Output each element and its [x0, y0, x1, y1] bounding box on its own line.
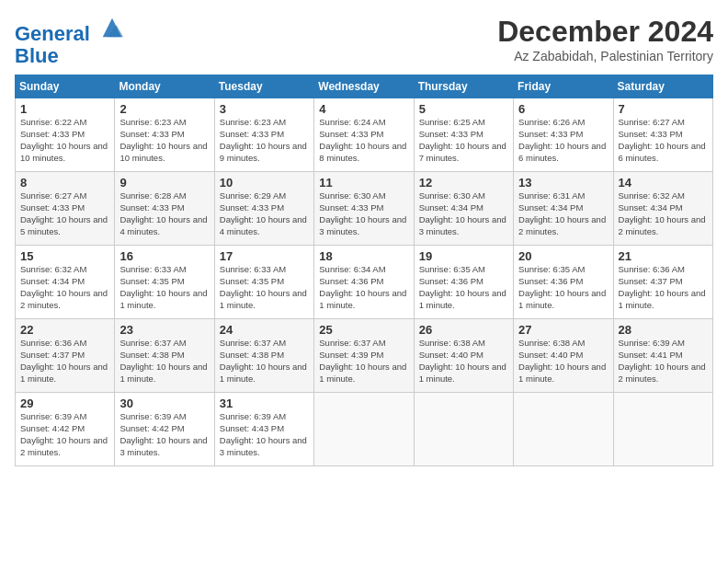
- calendar-cell: 5 Sunrise: 6:25 AM Sunset: 4:33 PM Dayli…: [414, 98, 513, 172]
- calendar-cell: [414, 393, 513, 466]
- day-number: 7: [619, 102, 708, 116]
- day-number: 16: [119, 249, 209, 263]
- calendar-week-row: 8 Sunrise: 6:27 AM Sunset: 4:33 PM Dayli…: [16, 172, 713, 246]
- calendar-cell: 17 Sunrise: 6:33 AM Sunset: 4:35 PM Dayl…: [214, 246, 313, 319]
- calendar-cell: 22 Sunrise: 6:36 AM Sunset: 4:37 PM Dayl…: [16, 319, 115, 393]
- page-header: General Blue December 2024 Az Zababidah,…: [15, 15, 713, 67]
- day-number: 20: [518, 249, 608, 263]
- day-info: Sunrise: 6:39 AM Sunset: 4:41 PM Dayligh…: [619, 338, 708, 385]
- day-info: Sunrise: 6:37 AM Sunset: 4:38 PM Dayligh…: [119, 338, 209, 385]
- day-number: 12: [419, 176, 508, 190]
- day-number: 14: [619, 176, 708, 190]
- calendar-cell: 2 Sunrise: 6:23 AM Sunset: 4:33 PM Dayli…: [115, 98, 214, 172]
- calendar-cell: 30 Sunrise: 6:39 AM Sunset: 4:42 PM Dayl…: [115, 393, 214, 466]
- day-number: 24: [220, 323, 309, 337]
- column-header-sunday: Sunday: [16, 75, 115, 98]
- day-info: Sunrise: 6:28 AM Sunset: 4:33 PM Dayligh…: [119, 190, 209, 237]
- calendar-cell: 14 Sunrise: 6:32 AM Sunset: 4:34 PM Dayl…: [613, 172, 712, 246]
- calendar-cell: 24 Sunrise: 6:37 AM Sunset: 4:38 PM Dayl…: [214, 319, 313, 393]
- day-number: 8: [20, 176, 109, 190]
- day-info: Sunrise: 6:27 AM Sunset: 4:33 PM Dayligh…: [619, 117, 708, 164]
- day-number: 25: [319, 323, 408, 337]
- day-number: 31: [220, 396, 309, 410]
- logo-blue: Blue: [15, 44, 59, 67]
- day-info: Sunrise: 6:38 AM Sunset: 4:40 PM Dayligh…: [518, 338, 608, 385]
- day-number: 9: [119, 176, 209, 190]
- day-info: Sunrise: 6:22 AM Sunset: 4:33 PM Dayligh…: [20, 117, 109, 164]
- day-info: Sunrise: 6:37 AM Sunset: 4:39 PM Dayligh…: [319, 338, 408, 385]
- calendar-week-row: 1 Sunrise: 6:22 AM Sunset: 4:33 PM Dayli…: [16, 98, 713, 172]
- day-info: Sunrise: 6:24 AM Sunset: 4:33 PM Dayligh…: [319, 117, 408, 164]
- calendar-cell: 4 Sunrise: 6:24 AM Sunset: 4:33 PM Dayli…: [314, 98, 414, 172]
- logo-general: General: [15, 22, 90, 45]
- day-number: 10: [220, 176, 309, 190]
- day-number: 28: [619, 323, 708, 337]
- day-number: 4: [319, 102, 408, 116]
- calendar-cell: 25 Sunrise: 6:37 AM Sunset: 4:39 PM Dayl…: [314, 319, 414, 393]
- calendar-cell: 31 Sunrise: 6:39 AM Sunset: 4:43 PM Dayl…: [214, 393, 313, 466]
- column-header-monday: Monday: [115, 75, 214, 98]
- logo-icon: [99, 15, 125, 40]
- month-title: December 2024: [497, 15, 713, 49]
- day-info: Sunrise: 6:33 AM Sunset: 4:35 PM Dayligh…: [119, 264, 209, 311]
- day-info: Sunrise: 6:30 AM Sunset: 4:34 PM Dayligh…: [419, 190, 508, 237]
- calendar-cell: 23 Sunrise: 6:37 AM Sunset: 4:38 PM Dayl…: [115, 319, 214, 393]
- calendar-cell: 6 Sunrise: 6:26 AM Sunset: 4:33 PM Dayli…: [514, 98, 613, 172]
- day-number: 22: [20, 323, 109, 337]
- calendar-cell: 20 Sunrise: 6:35 AM Sunset: 4:36 PM Dayl…: [514, 246, 613, 319]
- day-info: Sunrise: 6:35 AM Sunset: 4:36 PM Dayligh…: [518, 264, 608, 311]
- calendar-cell: 29 Sunrise: 6:39 AM Sunset: 4:42 PM Dayl…: [16, 393, 115, 466]
- day-number: 23: [119, 323, 209, 337]
- day-info: Sunrise: 6:23 AM Sunset: 4:33 PM Dayligh…: [119, 117, 209, 164]
- calendar-cell: 3 Sunrise: 6:23 AM Sunset: 4:33 PM Dayli…: [214, 98, 313, 172]
- day-number: 15: [20, 249, 109, 263]
- day-info: Sunrise: 6:26 AM Sunset: 4:33 PM Dayligh…: [518, 117, 608, 164]
- day-number: 21: [619, 249, 708, 263]
- day-number: 18: [319, 249, 408, 263]
- calendar-cell: 28 Sunrise: 6:39 AM Sunset: 4:41 PM Dayl…: [613, 319, 712, 393]
- calendar-cell: 16 Sunrise: 6:33 AM Sunset: 4:35 PM Dayl…: [115, 246, 214, 319]
- calendar-cell: 21 Sunrise: 6:36 AM Sunset: 4:37 PM Dayl…: [613, 246, 712, 319]
- day-number: 17: [220, 249, 309, 263]
- calendar-cell: 10 Sunrise: 6:29 AM Sunset: 4:33 PM Dayl…: [214, 172, 313, 246]
- title-block: December 2024 Az Zababidah, Palestinian …: [497, 15, 713, 63]
- calendar-cell: 18 Sunrise: 6:34 AM Sunset: 4:36 PM Dayl…: [314, 246, 414, 319]
- calendar-cell: [613, 393, 712, 466]
- day-info: Sunrise: 6:27 AM Sunset: 4:33 PM Dayligh…: [20, 190, 109, 237]
- day-info: Sunrise: 6:30 AM Sunset: 4:33 PM Dayligh…: [319, 190, 408, 237]
- day-info: Sunrise: 6:25 AM Sunset: 4:33 PM Dayligh…: [419, 117, 508, 164]
- calendar-cell: 8 Sunrise: 6:27 AM Sunset: 4:33 PM Dayli…: [16, 172, 115, 246]
- calendar-cell: 11 Sunrise: 6:30 AM Sunset: 4:33 PM Dayl…: [314, 172, 414, 246]
- calendar-week-row: 15 Sunrise: 6:32 AM Sunset: 4:34 PM Dayl…: [16, 246, 713, 319]
- day-info: Sunrise: 6:37 AM Sunset: 4:38 PM Dayligh…: [220, 338, 309, 385]
- calendar-cell: [514, 393, 613, 466]
- calendar-cell: 7 Sunrise: 6:27 AM Sunset: 4:33 PM Dayli…: [613, 98, 712, 172]
- day-info: Sunrise: 6:39 AM Sunset: 4:42 PM Dayligh…: [119, 411, 209, 458]
- column-header-tuesday: Tuesday: [214, 75, 313, 98]
- calendar-cell: 27 Sunrise: 6:38 AM Sunset: 4:40 PM Dayl…: [514, 319, 613, 393]
- day-number: 5: [419, 102, 508, 116]
- calendar-cell: 12 Sunrise: 6:30 AM Sunset: 4:34 PM Dayl…: [414, 172, 513, 246]
- day-info: Sunrise: 6:38 AM Sunset: 4:40 PM Dayligh…: [419, 338, 508, 385]
- column-header-wednesday: Wednesday: [314, 75, 414, 98]
- location-title: Az Zababidah, Palestinian Territory: [497, 49, 713, 63]
- calendar-cell: 15 Sunrise: 6:32 AM Sunset: 4:34 PM Dayl…: [16, 246, 115, 319]
- day-number: 19: [419, 249, 508, 263]
- day-info: Sunrise: 6:35 AM Sunset: 4:36 PM Dayligh…: [419, 264, 508, 311]
- day-number: 27: [518, 323, 608, 337]
- calendar-week-row: 22 Sunrise: 6:36 AM Sunset: 4:37 PM Dayl…: [16, 319, 713, 393]
- day-number: 11: [319, 176, 408, 190]
- day-info: Sunrise: 6:34 AM Sunset: 4:36 PM Dayligh…: [319, 264, 408, 311]
- calendar-cell: 26 Sunrise: 6:38 AM Sunset: 4:40 PM Dayl…: [414, 319, 513, 393]
- column-header-friday: Friday: [514, 75, 613, 98]
- calendar-cell: 13 Sunrise: 6:31 AM Sunset: 4:34 PM Dayl…: [514, 172, 613, 246]
- calendar-cell: 9 Sunrise: 6:28 AM Sunset: 4:33 PM Dayli…: [115, 172, 214, 246]
- calendar-week-row: 29 Sunrise: 6:39 AM Sunset: 4:42 PM Dayl…: [16, 393, 713, 466]
- day-number: 1: [20, 102, 109, 116]
- day-number: 30: [119, 396, 209, 410]
- calendar-cell: 1 Sunrise: 6:22 AM Sunset: 4:33 PM Dayli…: [16, 98, 115, 172]
- day-number: 6: [518, 102, 608, 116]
- column-header-saturday: Saturday: [613, 75, 712, 98]
- day-info: Sunrise: 6:33 AM Sunset: 4:35 PM Dayligh…: [220, 264, 309, 311]
- day-number: 29: [20, 396, 109, 410]
